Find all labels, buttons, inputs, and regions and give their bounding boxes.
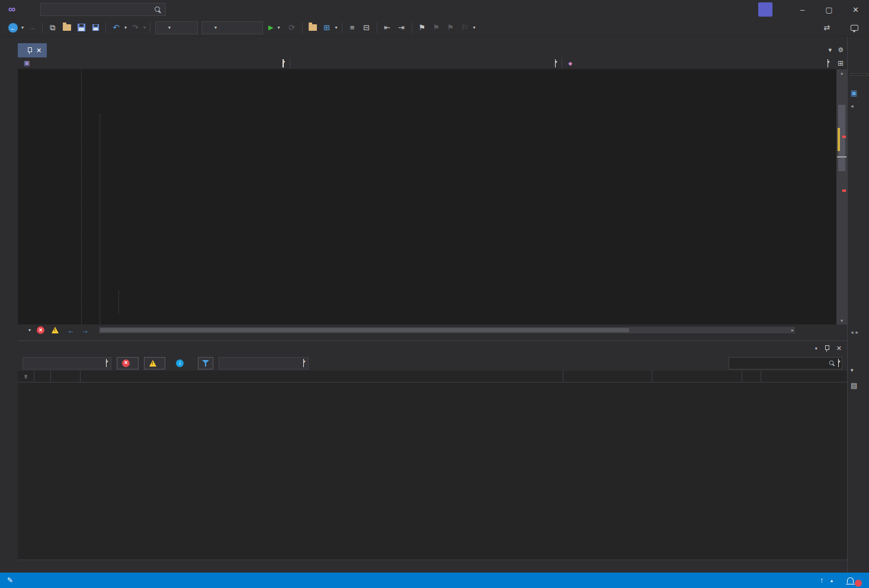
navigate-back-dropdown-icon[interactable]: ▾ — [21, 25, 24, 30]
display-outline-icon[interactable]: ≡ — [346, 21, 359, 34]
navigate-forward-icon[interactable]: → — [25, 21, 39, 34]
clear-bookmarks-icon[interactable]: ⚐ — [458, 21, 472, 34]
project-dropdown[interactable]: ▣ ▾ — [18, 57, 290, 69]
error-count-icon[interactable]: ✕ — [37, 326, 44, 334]
split-window-icon[interactable]: ⊞ — [834, 57, 847, 69]
notifications-bell-icon[interactable] — [847, 577, 854, 583]
horizontal-scroll-arrows[interactable]: ◂▸ — [851, 328, 861, 335]
platform-dropdown[interactable]: ▾ — [201, 21, 263, 34]
tab-source-cpp[interactable]: ✕ — [18, 43, 47, 57]
quick-search-box[interactable] — [40, 3, 166, 16]
notification-count-badge[interactable] — [855, 580, 862, 587]
play-icon: ▶ — [268, 24, 273, 31]
scroll-up-icon[interactable]: ▴ — [836, 70, 847, 76]
live-share-button[interactable]: ⇄ — [820, 21, 838, 34]
code-column-header[interactable] — [51, 371, 81, 382]
hot-reload-icon[interactable]: ⟳ — [286, 21, 299, 34]
collapse-region-icon[interactable]: ⊟ — [360, 21, 373, 34]
indent-guide — [118, 291, 119, 313]
horizontal-scrollbar[interactable]: ▸ — [99, 327, 795, 333]
preview-window-icon[interactable]: ⊞ — [320, 21, 334, 34]
suppression-column-header[interactable] — [761, 371, 847, 382]
close-panel-icon[interactable]: ✕ — [836, 345, 842, 352]
sync-selection-icon[interactable]: ▣ — [851, 89, 857, 97]
panel-splitter[interactable] — [18, 336, 847, 340]
description-column-header[interactable] — [81, 371, 563, 382]
send-feedback-icon[interactable] — [848, 21, 861, 34]
previous-bookmark-icon[interactable]: ⚑ — [430, 21, 443, 34]
icon-column-header[interactable] — [34, 371, 51, 382]
chevron-down-icon: ▾ — [828, 59, 829, 68]
navigate-back-icon[interactable]: ← — [66, 326, 76, 335]
new-project-icon[interactable]: ⧉ — [46, 21, 59, 34]
line-column-header[interactable] — [742, 371, 761, 382]
maximize-button[interactable]: ▢ — [816, 0, 842, 19]
properties-grid-icon[interactable]: ▤ — [851, 381, 857, 390]
project-icon: ▣ — [24, 59, 30, 67]
scroll-down-icon[interactable]: ▾ — [836, 318, 847, 323]
scroll-right-icon[interactable]: ▸ — [791, 327, 794, 333]
configuration-dropdown[interactable]: ▾ — [155, 21, 198, 34]
error-mark — [842, 136, 846, 138]
navigate-backward-icon[interactable]: ← — [7, 21, 20, 34]
undo-dropdown-icon[interactable]: ▾ — [124, 25, 127, 30]
right-dock-strip: ▣ ◂ ◂▸ ▾ ▤ — [847, 37, 869, 573]
decrease-indent-icon[interactable]: ⇤ — [381, 21, 394, 34]
scope-dropdown[interactable]: ▾ — [290, 57, 563, 69]
vertical-scrollbar[interactable]: ▴ ▾ — [836, 69, 847, 324]
project-column-header[interactable] — [563, 371, 652, 382]
document-tab-bar: ✕ ▾ ⚙ — [18, 37, 847, 57]
toggle-bookmark-icon[interactable]: ⚑ — [416, 21, 429, 34]
find-in-files-icon[interactable] — [306, 21, 319, 34]
quick-search-input[interactable] — [44, 5, 154, 14]
close-tab-icon[interactable]: ✕ — [36, 47, 41, 54]
chevron-down-icon[interactable]: ▾ — [851, 367, 854, 373]
file-column-header[interactable] — [652, 371, 742, 382]
scrollbar-thumb[interactable] — [100, 328, 629, 332]
pin-icon[interactable] — [27, 47, 32, 54]
toolbar-overflow-icon[interactable]: ▾ — [473, 25, 476, 30]
undo-icon[interactable]: ↶ — [110, 21, 123, 34]
solution-search-truncated[interactable] — [851, 73, 868, 76]
errors-filter-button[interactable]: ✕ — [117, 357, 139, 369]
zoom-dropdown[interactable]: ▾ — [21, 327, 33, 333]
save-icon[interactable] — [75, 21, 88, 34]
active-files-dropdown-icon[interactable]: ▾ — [829, 46, 832, 54]
source-filter-dropdown[interactable]: ▾ — [219, 357, 309, 369]
member-dropdown[interactable]: ◆ ▾ — [562, 57, 834, 69]
error-list-search-box[interactable]: ▾ — [729, 357, 842, 369]
pin-icon[interactable] — [825, 345, 829, 352]
window-position-icon[interactable]: ▾ — [815, 346, 817, 351]
error-list-search-input[interactable] — [732, 359, 826, 367]
start-debugging-button[interactable]: ▶ ▾ — [268, 24, 281, 31]
redo-dropdown-icon[interactable]: ▾ — [143, 25, 146, 30]
code-lines — [18, 69, 836, 324]
chevron-up-icon[interactable]: ▴ — [830, 578, 833, 583]
user-avatar[interactable] — [758, 2, 772, 17]
code-editor[interactable]: ▴ ▾ — [18, 69, 847, 324]
severity-column-header[interactable]: ‼ — [18, 371, 34, 382]
warnings-filter-button[interactable] — [144, 357, 165, 369]
minimize-button[interactable]: – — [789, 0, 816, 19]
next-bookmark-icon[interactable]: ⚑ — [444, 21, 457, 34]
collapse-arrow-icon[interactable]: ◂ — [851, 103, 854, 109]
toolbar-options-icon[interactable]: ▾ — [335, 25, 338, 30]
main-toolbar: ← ▾ → ⧉ ↶ ▾ ↷ ▾ ▾ ▾ ▶ ▾ ⟳ ⊞ ▾ ≡ ⊟ ⇤ ⇥ ⚑ … — [0, 19, 869, 37]
error-list-title-bar[interactable]: ▾ ✕ — [18, 341, 847, 355]
redo-icon[interactable]: ↷ — [129, 21, 142, 34]
search-icon — [828, 359, 835, 366]
intellisense-filter-button[interactable] — [198, 357, 213, 369]
error-mark — [842, 189, 846, 192]
warning-count-icon[interactable] — [52, 327, 59, 333]
increase-indent-icon[interactable]: ⇥ — [395, 21, 408, 34]
error-table-header: ‼ — [18, 371, 847, 383]
navigate-forward-icon[interactable]: → — [80, 326, 91, 335]
messages-filter-button[interactable]: i — [171, 357, 193, 369]
close-button[interactable]: ✕ — [842, 0, 869, 19]
open-file-icon[interactable] — [60, 21, 73, 34]
chevron-down-icon: ▾ — [555, 59, 556, 68]
window-options-icon[interactable]: ⚙ — [838, 46, 844, 54]
scope-filter-dropdown[interactable]: ▾ — [23, 357, 111, 369]
chevron-down-icon[interactable]: ▾ — [838, 359, 839, 367]
save-all-icon[interactable] — [89, 21, 102, 34]
